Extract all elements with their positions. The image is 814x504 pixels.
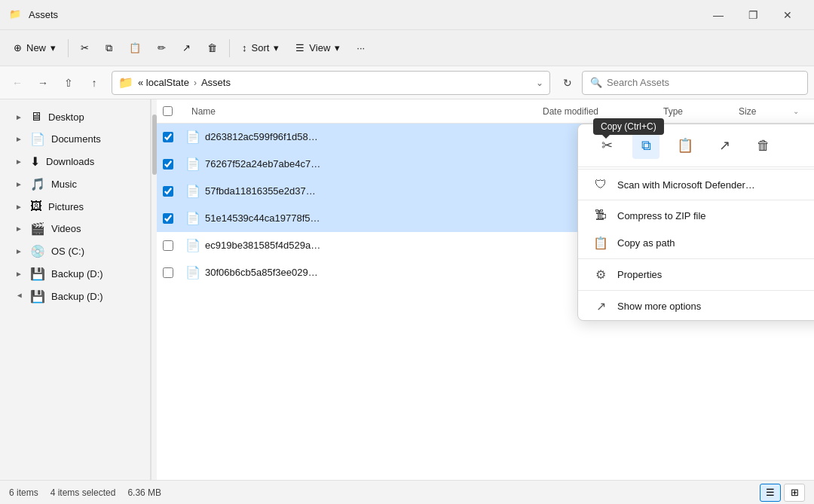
share-button[interactable]: ↗ [175,35,198,62]
compress-icon: 🗜 [593,209,608,222]
file-icon-4: 📄 [185,211,200,225]
ctx-item-show-more[interactable]: ↗ Show more options Shift+F10 [578,292,814,320]
search-input[interactable] [607,77,800,88]
toolbar: ⊕ New ▾ ✂ ⧉ 📋 ✏ ↗ 🗑 ↕ Sort ▾ ☰ View ▾ ··… [0,30,814,66]
sidebar-item-videos[interactable]: ► 🎬 Videos [3,218,147,240]
plus-icon: ⊕ [14,42,22,53]
ctx-item-properties[interactable]: ⚙ Properties Alt+Enter [578,261,814,289]
search-icon: 🔍 [590,77,602,88]
status-views: ☰ ⊞ [760,484,805,502]
sidebar-label-desktop: Desktop [48,111,84,123]
context-menu-divider-2 [578,200,814,200]
sidebar-scrollbar[interactable] [151,99,157,480]
file-checkbox-3 [163,186,185,197]
sidebar-label-documents: Documents [51,133,101,145]
desktop-icon: 🖥 [30,110,42,124]
ctx-share-button[interactable]: ↗ [711,132,738,159]
sidebar-label-videos: Videos [51,223,81,234]
breadcrumb[interactable]: 📁 « localState › Assets ⌄ [112,71,550,95]
window-title: Assets [29,9,58,20]
column-size-label: Size [739,106,756,117]
properties-icon: ⚙ [593,267,608,282]
refresh-button[interactable]: ↻ [556,72,579,94]
breadcrumb-current: Assets [201,77,231,88]
file-icon-3: 📄 [185,184,200,198]
ctx-delete-button[interactable]: 🗑 [750,132,777,159]
sidebar-item-os-c[interactable]: ► 💿 OS (C:) [3,240,147,262]
drive-d-icon: 💾 [30,267,45,281]
file-name-4: 51e14539c44ca19778f5… [205,212,552,224]
pictures-icon: 🖼 [30,200,42,213]
file-checkbox-input-4[interactable] [163,213,173,224]
sidebar-label-backup-d-2: Backup (D:) [51,291,103,302]
file-area: Name Date modified Type Size ⌄ 📄 d263812… [157,99,814,480]
rename-button[interactable]: ✏ [150,35,173,62]
file-name-5: ec919be381585f4d529a… [205,240,552,251]
details-view-button[interactable]: ⊞ [784,484,805,502]
select-all-checkbox-container [163,106,185,116]
title-bar-left: 📁 Assets [9,8,58,22]
file-checkbox-4 [163,213,185,224]
sidebar-label-downloads: Downloads [46,156,94,167]
ctx-item-scan[interactable]: 🛡 Scan with Microsoft Defender… [578,171,814,198]
column-headers: Name Date modified Type Size ⌄ [157,99,814,124]
context-menu: Copy (Ctrl+C) ✂ ⧉ 📋 ↗ 🗑 [577,124,814,321]
up-small-button[interactable]: ⇧ [57,72,80,94]
file-icon-2: 📄 [185,157,200,171]
select-all-checkbox[interactable] [163,106,173,116]
file-checkbox-input-2[interactable] [163,159,173,170]
column-header-type[interactable]: Type [657,106,733,117]
more-icon: ··· [357,42,365,53]
ctx-copy-button[interactable]: ⧉ [632,132,659,159]
sidebar-item-desktop[interactable]: ► 🖥 Desktop [3,106,147,127]
status-bar: 6 items 4 items selected 6.36 MB ☰ ⊞ [0,480,814,504]
forward-button[interactable]: → [32,72,54,94]
breadcrumb-chevron-icon[interactable]: ⌄ [536,78,543,88]
file-checkbox-input-3[interactable] [163,186,173,197]
view-button[interactable]: ☰ View ▾ [288,35,347,62]
delete-button[interactable]: 🗑 [200,35,225,62]
ctx-item-compress[interactable]: 🗜 Compress to ZIP file [578,202,814,229]
sidebar-item-documents[interactable]: ► 📄 Documents [3,128,147,150]
column-header-date[interactable]: Date modified [537,106,657,117]
sidebar-item-pictures[interactable]: ► 🖼 Pictures [3,196,147,217]
cut-button[interactable]: ✂ [73,35,96,62]
selected-count: 4 items selected [50,487,116,498]
column-name-label: Name [191,106,216,117]
up-button[interactable]: ↑ [83,72,106,94]
sidebar-item-music[interactable]: ► 🎵 Music [3,173,147,195]
folder-breadcrumb-icon: 📁 [118,75,133,90]
ctx-paste-button[interactable]: 📋 [672,132,699,159]
list-view-button[interactable]: ☰ [760,484,781,502]
paste-button[interactable]: 📋 [121,35,148,62]
column-header-name[interactable]: Name [185,106,537,117]
sidebar-item-backup-d-2[interactable]: ▼ 💾 Backup (D:) [3,286,147,307]
copy-tooltip: Copy (Ctrl+C) [593,118,664,135]
maximize-button[interactable]: ❐ [736,0,770,30]
file-checkbox-1 [163,132,185,142]
selected-size: 6.36 MB [127,487,161,498]
copy-button[interactable]: ⧉ [98,35,120,62]
column-header-size[interactable]: Size [733,106,793,117]
videos-icon: 🎬 [30,221,45,236]
minimize-button[interactable]: — [701,0,736,30]
ctx-item-copy-path[interactable]: 📋 Copy as path [578,229,814,257]
ctx-item-compress-label: Compress to ZIP file [617,210,814,221]
back-button[interactable]: ← [6,72,29,94]
new-button[interactable]: ⊕ New ▾ [6,35,63,62]
file-checkbox-input-6[interactable] [163,267,173,278]
sort-button[interactable]: ↕ Sort ▾ [234,35,286,62]
close-button[interactable]: ✕ [770,0,805,30]
sidebar-item-backup-d-1[interactable]: ► 💾 Backup (D:) [3,263,147,285]
breadcrumb-prefix: « localState [138,77,189,88]
more-button[interactable]: ··· [349,35,372,62]
file-checkbox-input-1[interactable] [163,132,173,142]
column-date-label: Date modified [543,106,598,117]
column-expand-button[interactable]: ⌄ [793,107,808,115]
sidebar-label-music: Music [51,179,77,190]
copy-path-icon: 📋 [593,236,608,250]
view-icon: ☰ [295,42,304,53]
file-checkbox-input-5[interactable] [163,240,173,251]
sidebar-item-downloads[interactable]: ► ⬇ Downloads [3,151,147,173]
file-name-1: d263812ac599f96f1d58… [205,131,552,142]
